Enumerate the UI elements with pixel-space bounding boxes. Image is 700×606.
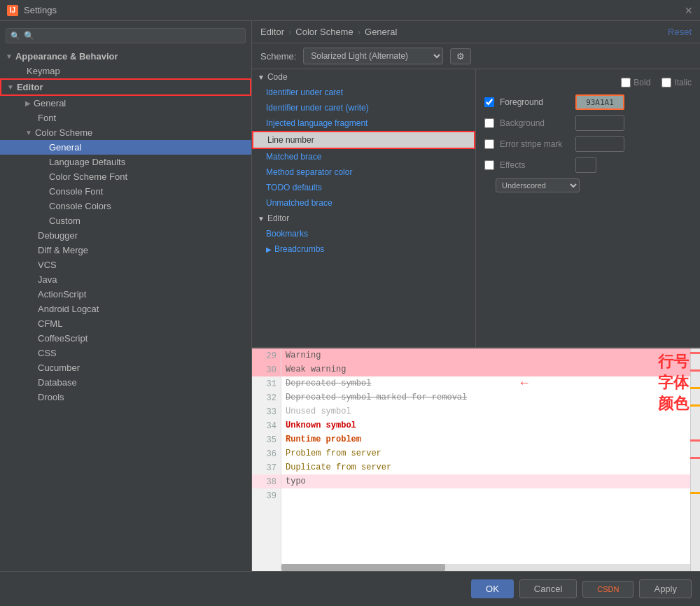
sidebar-item-keymap[interactable]: Keymap [0, 64, 251, 78]
code-item-identifier-under-caret[interactable]: Identifier under caret [252, 85, 475, 100]
code-item-injected[interactable]: Injected language fragment [252, 115, 475, 131]
sidebar-item-drools[interactable]: Drools [0, 390, 251, 404]
line-numbers: 2930313233343536373839 [252, 348, 281, 571]
reset-button[interactable]: Reset [668, 27, 692, 37]
tree-label-diff-merge: Diff & Merge [38, 245, 88, 255]
sidebar-item-diff-merge[interactable]: Diff & Merge [0, 243, 251, 258]
sidebar-item-cs-font[interactable]: Color Scheme Font [0, 169, 251, 184]
effects-label: Effects [500, 160, 570, 170]
editor-group-header[interactable]: ▼ Editor [252, 211, 475, 226]
effects-swatch[interactable] [575, 157, 596, 173]
code-line-39 [281, 488, 690, 502]
background-checkbox[interactable] [484, 118, 494, 128]
sidebar-item-actionscript[interactable]: ActionScript [0, 287, 251, 302]
line-number-34: 34 [252, 418, 281, 432]
tree-label-cfml: CFML [38, 318, 62, 329]
breadcrumb-editor: Editor [260, 27, 284, 37]
code-line-33: Unused symbol [281, 404, 690, 418]
sidebar-item-color-scheme[interactable]: ▼Color Scheme [0, 125, 251, 140]
sidebar-item-vcs[interactable]: VCS [0, 258, 251, 272]
background-color-swatch[interactable] [575, 115, 624, 131]
editor-group-label: Editor [267, 213, 289, 223]
sidebar-item-css[interactable]: CSS [0, 346, 251, 360]
code-item-breadcrumbs[interactable]: ▶Breadcrumbs [252, 241, 475, 257]
error-stripe-row: Error stripe mark [484, 136, 692, 152]
code-line-36: Problem from server [281, 446, 690, 460]
foreground-row: Foreground 93A1A1 [484, 94, 692, 110]
main-container: 🔍 ▼Appearance & BehaviorKeymap▼Editor▶Ge… [0, 21, 700, 571]
breadcrumb-sep2: › [358, 27, 360, 37]
italic-checkbox[interactable] [662, 78, 671, 87]
code-item-matched-brace[interactable]: Matched brace [252, 149, 475, 164]
line-number-38: 38 [252, 474, 281, 488]
code-item-unmatched[interactable]: Unmatched brace [252, 195, 475, 211]
sidebar-item-database[interactable]: Database [0, 375, 251, 390]
foreground-checkbox[interactable] [484, 97, 494, 107]
tree-label-drools: Drools [38, 392, 64, 402]
close-button[interactable]: ✕ [685, 5, 693, 16]
line-number-32: 32 [252, 390, 281, 404]
code-item-line-number[interactable]: Line number [252, 131, 475, 149]
gear-button[interactable]: ⚙ [450, 48, 471, 64]
ok-button[interactable]: OK [471, 579, 514, 598]
sidebar-item-appearance[interactable]: ▼Appearance & Behavior [0, 49, 251, 64]
search-input[interactable] [24, 31, 241, 41]
sidebar-item-general[interactable]: ▶General [0, 96, 251, 111]
underscored-select[interactable]: Underscored Underwaved Bordered [496, 178, 580, 192]
sidebar-item-console-colors[interactable]: Console Colors [0, 199, 251, 213]
preview-scroll[interactable] [281, 564, 690, 571]
sidebar-item-console-font[interactable]: Console Font [0, 184, 251, 199]
sidebar-item-cucumber[interactable]: Cucumber [0, 360, 251, 375]
code-item-method-separator[interactable]: Method separator color [252, 164, 475, 180]
code-line-30: Weak warning [281, 362, 690, 376]
tree-label-font: Font [38, 113, 56, 123]
sidebar-item-android-logcat[interactable]: Android Logcat [0, 302, 251, 316]
code-item-identifier-write[interactable]: Identifier under caret (write) [252, 100, 475, 115]
sidebar-item-font[interactable]: Font [0, 111, 251, 125]
sidebar-item-cs-general[interactable]: General [0, 140, 251, 155]
bold-checkbox[interactable] [621, 78, 631, 87]
tree-label-java: Java [38, 274, 57, 285]
properties-panel: Bold Italic Foreground 93A1A1 [476, 69, 700, 347]
error-stripe-label: Error stripe mark [500, 139, 570, 149]
tree-label-debugger: Debugger [38, 230, 78, 241]
csdn-button[interactable]: CSDN [582, 581, 634, 598]
tree-label-console-colors: Console Colors [49, 201, 111, 211]
underscored-row: Underscored Underwaved Bordered [484, 178, 692, 192]
line-number-39: 39 [252, 488, 281, 502]
error-stripe-swatch[interactable] [575, 136, 624, 152]
code-item-bookmarks[interactable]: Bookmarks [252, 226, 475, 241]
error-stripe-checkbox[interactable] [484, 139, 494, 149]
sidebar: 🔍 ▼Appearance & BehaviorKeymap▼Editor▶Ge… [0, 21, 252, 571]
scheme-select[interactable]: Solarized Light (Alternate) Default Darc… [303, 48, 443, 64]
scroll-indicator-6 [690, 457, 700, 459]
sidebar-item-java[interactable]: Java [0, 272, 251, 287]
apply-button[interactable]: Apply [639, 579, 692, 598]
sidebar-item-custom[interactable]: Custom [0, 213, 251, 228]
tree-label-database: Database [38, 377, 77, 388]
tree-label-cs-font: Color Scheme Font [49, 171, 127, 182]
code-group-header[interactable]: ▼ Code [252, 69, 475, 85]
italic-label: Italic [674, 78, 692, 87]
bold-italic-row: Bold Italic [484, 78, 692, 87]
background-label: Background [500, 118, 570, 128]
cancel-button[interactable]: Cancel [519, 579, 577, 598]
editor-group-arrow: ▼ [258, 215, 265, 223]
tree-label-coffeescript: CoffeeScript [38, 333, 88, 344]
scroll-indicator-4 [690, 404, 700, 407]
effects-checkbox[interactable] [484, 160, 494, 170]
tree-label-general: General [34, 98, 66, 108]
foreground-color-swatch[interactable]: 93A1A1 [575, 94, 624, 110]
line-number-37: 37 [252, 460, 281, 474]
search-box[interactable]: 🔍 [6, 28, 246, 43]
bottom-bar: OK Cancel CSDN Apply [0, 571, 700, 606]
sidebar-item-editor[interactable]: ▼Editor [0, 78, 251, 96]
tree-arrow-general: ▶ [25, 99, 31, 107]
scheme-row: Scheme: Solarized Light (Alternate) Defa… [252, 43, 700, 69]
sidebar-item-cfml[interactable]: CFML [0, 316, 251, 331]
bold-label: Bold [634, 78, 650, 87]
sidebar-item-debugger[interactable]: Debugger [0, 228, 251, 243]
sidebar-item-lang-defaults[interactable]: Language Defaults [0, 155, 251, 169]
code-item-todo[interactable]: TODO defaults [252, 180, 475, 195]
sidebar-item-coffeescript[interactable]: CoffeeScript [0, 331, 251, 346]
